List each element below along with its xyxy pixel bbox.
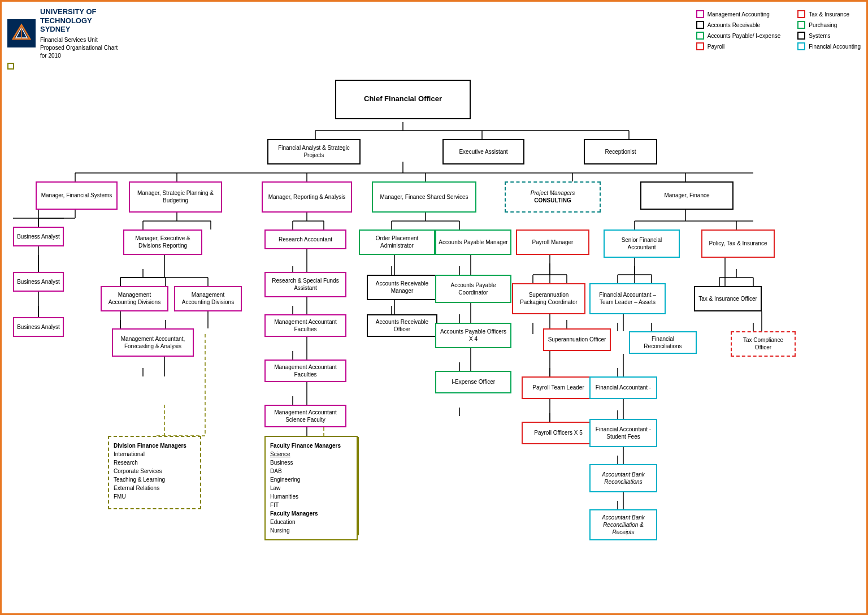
node-super-packaging: Superannuation Packaging Coordinator — [512, 283, 585, 314]
node-payroll-manager: Payroll Manager — [516, 229, 589, 255]
node-ap-officers: Accounts Payable Officers X 4 — [435, 323, 511, 348]
node-ap-coordinator: Accounts Payable Coordinator — [435, 275, 511, 303]
node-mgr-exec-divisions: Manager, Executive & Divisions Reporting — [123, 229, 202, 255]
header: UNIVERSITY OFTECHNOLOGYSYDNEY Financial … — [7, 7, 861, 60]
node-mgmt-acct-div-2: Management Accounting Divisions — [174, 286, 242, 311]
node-mgmt-acct-faculties-1: Management Accountant Faculties — [264, 314, 346, 337]
node-mgmt-acct-faculties-2: Management Accountant Faculties — [264, 360, 346, 382]
legend-payroll: Payroll — [696, 42, 781, 50]
node-exec-assistant: Executive Assistant — [442, 139, 524, 164]
node-payroll-officers: Payroll Officers X 5 — [522, 422, 595, 444]
node-tax-insurance-officer: Tax & Insurance Officer — [694, 286, 762, 311]
node-mgr-financial-systems: Manager, Financial Systems — [36, 181, 118, 210]
legend-systems: Systems — [797, 32, 861, 40]
node-financial-analyst: Financial Analyst & Strategic Projects — [267, 139, 361, 164]
node-mgr-finance-shared: Manager, Finance Shared Services — [372, 181, 476, 213]
legend-label-ap: Accounts Payable/ I-expense — [708, 33, 781, 39]
node-financial-acct-student: Financial Accountant -Student Fees — [589, 419, 657, 447]
node-mgmt-acct-div-1: Management Accounting Divisions — [101, 286, 168, 311]
node-faculty-finance-box: Faculty Finance Managers ScienceBusiness… — [264, 436, 358, 540]
legend-mgmt-acct: Management Accounting — [696, 10, 781, 18]
legend-label-payroll: Payroll — [708, 44, 725, 50]
subtitle: Financial Services UnitProposed Organisa… — [40, 36, 118, 60]
legend: Management Accounting Accounts Receivabl… — [696, 7, 861, 50]
node-payroll-team-leader: Payroll Team Leader — [522, 376, 595, 399]
node-financial-acct-team-leader: Financial Accountant – Team Leader – Ass… — [589, 283, 666, 314]
node-accountant-bank-recon: Accountant Bank Reconciliations — [589, 464, 657, 492]
legend-label-purchasing: Purchasing — [809, 22, 837, 28]
legend-box-green2 — [797, 21, 805, 29]
node-mgmt-acct-science: Management Accountant Science Faculty — [264, 405, 346, 427]
legend-tax: Tax & Insurance — [797, 10, 861, 18]
node-cfo: Chief Financial Officer — [335, 80, 471, 119]
org-chart: Chief Financial Officer Financial Analys… — [7, 63, 861, 600]
legend-label-systems: Systems — [809, 33, 830, 39]
legend-label-accounts-recv: Accounts Receivable — [708, 22, 760, 28]
legend-col-2: Tax & Insurance Purchasing Systems Finan… — [797, 10, 861, 50]
node-business-analyst-2: Business Analyst — [13, 272, 64, 292]
legend-col-1: Management Accounting Accounts Receivabl… — [696, 10, 781, 50]
node-business-analyst-1: Business Analyst — [13, 227, 64, 246]
node-faculty-finance: Faculty Finance Managers ScienceBusiness… — [7, 63, 14, 70]
legend-accounts-recv: Accounts Receivable — [696, 21, 781, 29]
legend-box-black — [696, 21, 704, 29]
node-financial-acct-dash: Financial Accountant - — [589, 376, 657, 399]
legend-box-green — [696, 32, 704, 40]
node-financial-reconciliations: Financial Reconciliations — [629, 331, 697, 354]
legend-label-tax: Tax & Insurance — [809, 11, 849, 18]
node-division-finance-box: Division Finance Managers InternationalR… — [108, 436, 201, 509]
node-mgmt-acct-forecast: Management Accountant, Forecasting & Ana… — [112, 328, 194, 357]
legend-label-mgmt-acct: Management Accounting — [708, 11, 770, 18]
node-accountant-bank-receipt: Accountant Bank Reconciliation & Receipt… — [589, 509, 657, 540]
node-mgr-strategic-planning: Manager, Strategic Planning & Budgeting — [129, 181, 222, 213]
legend-label-fin-acct: Financial Accounting — [809, 44, 861, 50]
node-research-special: Research & Special Funds Assistant — [264, 272, 346, 297]
logo-area: UNIVERSITY OFTECHNOLOGYSYDNEY Financial … — [7, 7, 120, 60]
node-super-officer: Superannuation Officer — [543, 328, 611, 351]
node-tax-compliance-officer: Tax Compliance Officer — [731, 331, 796, 357]
node-project-managers: Project ManagersCONSULTING — [505, 181, 601, 213]
node-accounts-recv-mgr: Accounts Receivable Manager — [367, 275, 437, 300]
legend-box-red — [696, 42, 704, 50]
node-mgr-reporting: Manager, Reporting & Analysis — [262, 181, 352, 213]
legend-box-black2 — [797, 32, 805, 40]
node-mgr-finance: Manager, Finance — [640, 181, 734, 210]
node-receptionist: Receptionist — [584, 139, 657, 164]
legend-purchasing: Purchasing — [797, 21, 861, 29]
legend-fin-acct: Financial Accounting — [797, 42, 861, 50]
node-accounts-recv-officer: Accounts Receivable Officer — [367, 314, 437, 337]
node-ap-manager: Accounts Payable Manager — [435, 229, 511, 255]
legend-box-red2 — [797, 10, 805, 18]
logo-box — [7, 19, 36, 47]
node-order-placement: Order Placement Administrator — [359, 229, 435, 255]
node-research-accountant: Research Accountant — [264, 229, 346, 249]
node-iexpense-officer: I-Expense Officer — [435, 371, 511, 393]
university-name: UNIVERSITY OFTECHNOLOGYSYDNEY — [40, 7, 118, 34]
legend-box-cyan — [797, 42, 805, 50]
page: UNIVERSITY OFTECHNOLOGYSYDNEY Financial … — [0, 0, 868, 615]
node-senior-financial-acct: Senior Financial Accountant — [604, 229, 680, 258]
legend-ap: Accounts Payable/ I-expense — [696, 32, 781, 40]
legend-box-magenta — [696, 10, 704, 18]
node-policy-tax-insurance: Policy, Tax & Insurance — [701, 229, 775, 258]
node-business-analyst-3: Business Analyst — [13, 317, 64, 337]
